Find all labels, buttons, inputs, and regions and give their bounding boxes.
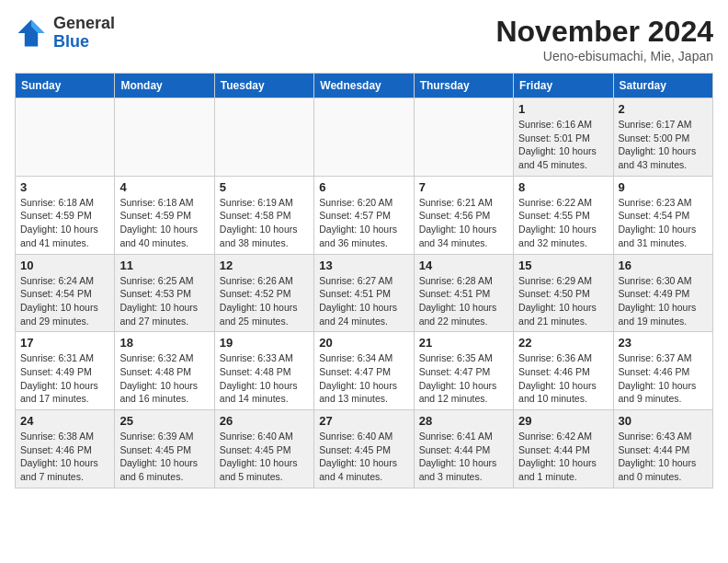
weekday-header: Saturday — [613, 74, 712, 98]
calendar-cell — [314, 98, 414, 177]
day-number: 4 — [119, 180, 209, 194]
calendar-cell: 9Sunrise: 6:23 AM Sunset: 4:54 PM Daylig… — [613, 176, 712, 254]
day-number: 28 — [419, 414, 508, 428]
day-number: 19 — [220, 336, 309, 350]
calendar-cell: 16Sunrise: 6:30 AM Sunset: 4:49 PM Dayli… — [613, 254, 712, 332]
calendar-week-row: 3Sunrise: 6:18 AM Sunset: 4:59 PM Daylig… — [16, 176, 713, 254]
day-number: 29 — [518, 414, 608, 428]
day-info: Sunrise: 6:33 AM Sunset: 4:48 PM Dayligh… — [220, 351, 309, 406]
day-number: 25 — [119, 414, 209, 428]
day-number: 23 — [619, 336, 708, 350]
day-info: Sunrise: 6:18 AM Sunset: 4:59 PM Dayligh… — [119, 196, 209, 250]
calendar-cell: 4Sunrise: 6:18 AM Sunset: 4:59 PM Daylig… — [115, 176, 214, 254]
weekday-header: Sunday — [16, 74, 115, 98]
day-number: 20 — [319, 336, 408, 350]
day-number: 1 — [518, 102, 608, 116]
calendar-cell: 24Sunrise: 6:38 AM Sunset: 4:46 PM Dayli… — [16, 410, 115, 488]
logo-icon — [15, 17, 48, 50]
calendar-week-row: 10Sunrise: 6:24 AM Sunset: 4:54 PM Dayli… — [16, 254, 713, 332]
calendar-cell: 27Sunrise: 6:40 AM Sunset: 4:45 PM Dayli… — [314, 410, 414, 488]
calendar-cell: 22Sunrise: 6:36 AM Sunset: 4:46 PM Dayli… — [514, 332, 613, 410]
weekday-header: Tuesday — [214, 74, 313, 98]
day-info: Sunrise: 6:36 AM Sunset: 4:46 PM Dayligh… — [518, 351, 608, 406]
title-block: November 2024 Ueno-ebisumachi, Mie, Japa… — [495, 15, 713, 63]
calendar-cell: 1Sunrise: 6:16 AM Sunset: 5:01 PM Daylig… — [514, 98, 613, 177]
calendar-cell: 5Sunrise: 6:19 AM Sunset: 4:58 PM Daylig… — [214, 176, 313, 254]
day-info: Sunrise: 6:37 AM Sunset: 4:46 PM Dayligh… — [619, 351, 708, 406]
day-info: Sunrise: 6:32 AM Sunset: 4:48 PM Dayligh… — [119, 351, 209, 406]
weekday-header: Monday — [115, 74, 214, 98]
day-info: Sunrise: 6:41 AM Sunset: 4:44 PM Dayligh… — [419, 430, 508, 484]
calendar-cell — [214, 98, 313, 177]
day-number: 21 — [419, 336, 508, 350]
calendar-week-row: 17Sunrise: 6:31 AM Sunset: 4:49 PM Dayli… — [16, 332, 713, 410]
day-number: 18 — [119, 336, 209, 350]
day-number: 27 — [319, 414, 408, 428]
day-number: 12 — [220, 259, 309, 272]
calendar-cell: 10Sunrise: 6:24 AM Sunset: 4:54 PM Dayli… — [16, 254, 115, 332]
calendar-cell: 23Sunrise: 6:37 AM Sunset: 4:46 PM Dayli… — [613, 332, 712, 410]
calendar-cell: 30Sunrise: 6:43 AM Sunset: 4:44 PM Dayli… — [613, 410, 712, 488]
day-info: Sunrise: 6:22 AM Sunset: 4:55 PM Dayligh… — [518, 196, 608, 250]
day-info: Sunrise: 6:30 AM Sunset: 4:49 PM Dayligh… — [619, 274, 708, 328]
calendar-cell: 28Sunrise: 6:41 AM Sunset: 4:44 PM Dayli… — [414, 410, 513, 488]
day-info: Sunrise: 6:25 AM Sunset: 4:53 PM Dayligh… — [119, 274, 209, 328]
day-number: 11 — [119, 259, 209, 272]
calendar-cell: 3Sunrise: 6:18 AM Sunset: 4:59 PM Daylig… — [16, 176, 115, 254]
logo: General Blue — [15, 15, 115, 52]
day-info: Sunrise: 6:35 AM Sunset: 4:47 PM Dayligh… — [419, 351, 508, 406]
day-info: Sunrise: 6:40 AM Sunset: 4:45 PM Dayligh… — [319, 430, 408, 484]
day-info: Sunrise: 6:38 AM Sunset: 4:46 PM Dayligh… — [20, 430, 109, 484]
month-title: November 2024 — [495, 15, 713, 49]
calendar: SundayMondayTuesdayWednesdayThursdayFrid… — [15, 73, 713, 488]
calendar-cell — [16, 98, 115, 177]
day-number: 3 — [20, 180, 109, 194]
day-info: Sunrise: 6:31 AM Sunset: 4:49 PM Dayligh… — [20, 351, 109, 406]
day-info: Sunrise: 6:43 AM Sunset: 4:44 PM Dayligh… — [619, 430, 708, 484]
day-number: 16 — [619, 259, 708, 272]
calendar-cell: 7Sunrise: 6:21 AM Sunset: 4:56 PM Daylig… — [414, 176, 513, 254]
calendar-cell: 26Sunrise: 6:40 AM Sunset: 4:45 PM Dayli… — [214, 410, 313, 488]
calendar-cell: 2Sunrise: 6:17 AM Sunset: 5:00 PM Daylig… — [613, 98, 712, 177]
day-info: Sunrise: 6:27 AM Sunset: 4:51 PM Dayligh… — [319, 274, 408, 328]
weekday-header: Friday — [514, 74, 613, 98]
calendar-cell: 6Sunrise: 6:20 AM Sunset: 4:57 PM Daylig… — [314, 176, 414, 254]
calendar-cell: 11Sunrise: 6:25 AM Sunset: 4:53 PM Dayli… — [115, 254, 214, 332]
day-number: 22 — [518, 336, 608, 350]
day-number: 26 — [220, 414, 309, 428]
day-number: 6 — [319, 180, 408, 194]
day-number: 9 — [619, 180, 708, 194]
calendar-cell: 21Sunrise: 6:35 AM Sunset: 4:47 PM Dayli… — [414, 332, 513, 410]
calendar-cell: 18Sunrise: 6:32 AM Sunset: 4:48 PM Dayli… — [115, 332, 214, 410]
day-info: Sunrise: 6:42 AM Sunset: 4:44 PM Dayligh… — [518, 430, 608, 484]
day-number: 30 — [619, 414, 708, 428]
logo-general: General — [53, 15, 115, 33]
day-number: 8 — [518, 180, 608, 194]
calendar-cell: 15Sunrise: 6:29 AM Sunset: 4:50 PM Dayli… — [514, 254, 613, 332]
day-number: 13 — [319, 259, 408, 272]
weekday-header: Thursday — [414, 74, 513, 98]
day-number: 24 — [20, 414, 109, 428]
day-info: Sunrise: 6:19 AM Sunset: 4:58 PM Dayligh… — [220, 196, 309, 250]
calendar-cell: 14Sunrise: 6:28 AM Sunset: 4:51 PM Dayli… — [414, 254, 513, 332]
day-info: Sunrise: 6:18 AM Sunset: 4:59 PM Dayligh… — [20, 196, 109, 250]
calendar-cell: 19Sunrise: 6:33 AM Sunset: 4:48 PM Dayli… — [214, 332, 313, 410]
calendar-cell: 25Sunrise: 6:39 AM Sunset: 4:45 PM Dayli… — [115, 410, 214, 488]
calendar-cell — [115, 98, 214, 177]
day-info: Sunrise: 6:39 AM Sunset: 4:45 PM Dayligh… — [119, 430, 209, 484]
day-info: Sunrise: 6:40 AM Sunset: 4:45 PM Dayligh… — [220, 430, 309, 484]
day-info: Sunrise: 6:20 AM Sunset: 4:57 PM Dayligh… — [319, 196, 408, 250]
day-info: Sunrise: 6:28 AM Sunset: 4:51 PM Dayligh… — [419, 274, 508, 328]
day-number: 15 — [518, 259, 608, 272]
day-info: Sunrise: 6:21 AM Sunset: 4:56 PM Dayligh… — [419, 196, 508, 250]
calendar-cell: 17Sunrise: 6:31 AM Sunset: 4:49 PM Dayli… — [16, 332, 115, 410]
day-number: 7 — [419, 180, 508, 194]
day-info: Sunrise: 6:29 AM Sunset: 4:50 PM Dayligh… — [518, 274, 608, 328]
calendar-week-row: 24Sunrise: 6:38 AM Sunset: 4:46 PM Dayli… — [16, 410, 713, 488]
calendar-week-row: 1Sunrise: 6:16 AM Sunset: 5:01 PM Daylig… — [16, 98, 713, 177]
day-number: 17 — [20, 336, 109, 350]
day-info: Sunrise: 6:34 AM Sunset: 4:47 PM Dayligh… — [319, 351, 408, 406]
day-number: 14 — [419, 259, 508, 272]
location: Ueno-ebisumachi, Mie, Japan — [495, 49, 713, 63]
page-header: General Blue November 2024 Ueno-ebisumac… — [15, 15, 713, 63]
